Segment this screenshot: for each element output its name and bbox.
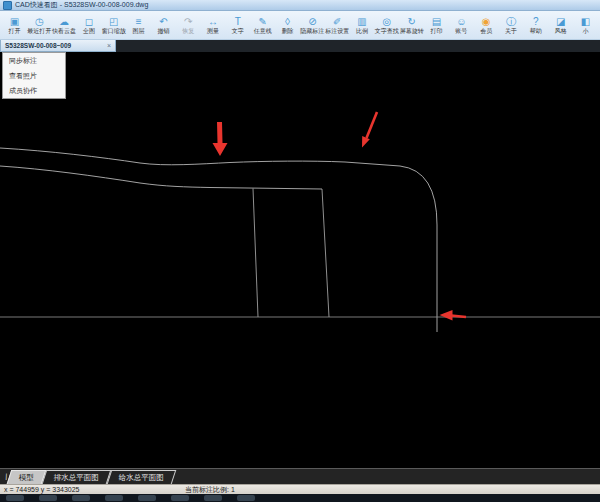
sheet-tab-drainage-plan[interactable]: 排水总平面图 bbox=[41, 470, 111, 484]
annotation-settings-icon: ✐ bbox=[333, 16, 341, 27]
toolbar-delete-button[interactable]: ◊删除 bbox=[275, 12, 300, 39]
branch-line-right bbox=[322, 189, 329, 317]
annotation-scale-label: 当前标注比例: 1 bbox=[185, 485, 235, 494]
red-down-arrow[interactable] bbox=[213, 122, 228, 156]
toolbar-layers-button[interactable]: ≡图层 bbox=[126, 12, 151, 39]
toolbar-text-button[interactable]: T文字 bbox=[225, 12, 250, 39]
toolbar: ▣打开◷最近打开☁快看云盘◻全图◰窗口缩放≡图层↶撤销↷恢复↔测量T文字✎任意线… bbox=[0, 11, 600, 40]
toolbar-print-label: 打印 bbox=[430, 27, 442, 35]
red-left-arrow[interactable] bbox=[440, 310, 467, 321]
toolbar-screen-rotate-button[interactable]: ↻屏幕旋转 bbox=[399, 12, 424, 39]
window-zoom-icon: ◰ bbox=[109, 16, 118, 27]
vip-icon: ◉ bbox=[482, 16, 491, 27]
sheet-tab-water-supply-plan[interactable]: 给水总平面图 bbox=[106, 470, 176, 484]
full-view-icon: ◻ bbox=[85, 16, 93, 27]
toolbar-measure-label: 测量 bbox=[207, 27, 219, 35]
toolbar-text-label: 文字 bbox=[232, 27, 244, 35]
text-search-icon: ◎ bbox=[382, 16, 391, 27]
sheet-tab-bar: \ 模型排水总平面图给水总平面图 bbox=[0, 468, 600, 484]
toolbar-window-zoom-label: 窗口缩放 bbox=[102, 27, 126, 35]
cursor-coordinates: x = 744959 y = 3343025 bbox=[4, 485, 80, 494]
toolbar-redo-label: 恢复 bbox=[182, 27, 194, 35]
toolbar-mini-tools-button[interactable]: ◧小 bbox=[573, 12, 598, 39]
recent-open-icon: ◷ bbox=[35, 16, 44, 27]
toolbar-account-button[interactable]: ☺账号 bbox=[449, 12, 474, 39]
toolbar-undo-button[interactable]: ↶撤销 bbox=[151, 12, 176, 39]
road-edge-bottom-line bbox=[0, 166, 322, 189]
toolbar-style-label: 风格 bbox=[555, 27, 567, 35]
scale-icon: ▥ bbox=[357, 16, 366, 27]
mini-tools-icon: ◧ bbox=[581, 16, 590, 27]
taskbar-icon[interactable] bbox=[105, 495, 123, 501]
open-icon: ▣ bbox=[10, 16, 19, 27]
toolbar-open-button[interactable]: ▣打开 bbox=[2, 12, 27, 39]
toolbar-cloud-drive-button[interactable]: ☁快看云盘 bbox=[52, 12, 77, 39]
toolbar-full-view-label: 全图 bbox=[83, 27, 95, 35]
about-icon: ⓘ bbox=[506, 16, 516, 27]
document-tab-strip: S5328SW-00-008~009 × bbox=[0, 40, 600, 52]
taskbar-icon[interactable] bbox=[171, 495, 189, 501]
toolbar-help-button[interactable]: ?帮助 bbox=[523, 12, 548, 39]
print-icon: ▤ bbox=[432, 16, 441, 27]
toolbar-text-search-label: 文字查找 bbox=[375, 27, 399, 35]
measure-icon: ↔ bbox=[208, 16, 218, 27]
document-tab-label: S5328SW-00-008~009 bbox=[5, 42, 71, 49]
taskbar-icon[interactable] bbox=[72, 495, 90, 501]
undo-icon: ↶ bbox=[159, 16, 167, 27]
toolbar-open-label: 打开 bbox=[8, 27, 20, 35]
redo-icon: ↷ bbox=[184, 16, 192, 27]
red-down-left-arrow[interactable] bbox=[362, 112, 377, 148]
title-bar: CAD快速看图 - S5328SW-00-008-009.dwg bbox=[0, 0, 600, 11]
branch-line-left bbox=[253, 189, 258, 318]
toolbar-undo-label: 撤销 bbox=[157, 27, 169, 35]
toolbar-recent-open-label: 最近打开 bbox=[27, 27, 51, 35]
menu-item-view-photos[interactable]: 查看照片 bbox=[3, 68, 65, 83]
taskbar-icon[interactable] bbox=[237, 495, 255, 501]
sheet-tab-label: 排水总平面图 bbox=[53, 471, 98, 484]
toolbar-vip-button[interactable]: ◉会员 bbox=[474, 12, 499, 39]
windows-taskbar[interactable] bbox=[0, 494, 600, 502]
taskbar-icon[interactable] bbox=[138, 495, 156, 501]
toolbar-screen-rotate-label: 屏幕旋转 bbox=[400, 27, 424, 35]
sheet-tab-label: 模型 bbox=[18, 471, 33, 484]
toolbar-annotation-settings-button[interactable]: ✐标注设置 bbox=[325, 12, 350, 39]
toolbar-layers-label: 图层 bbox=[133, 27, 145, 35]
toolbar-about-button[interactable]: ⓘ关于 bbox=[499, 12, 524, 39]
style-icon: ◪ bbox=[556, 16, 565, 27]
menu-item-member-collaboration[interactable]: 成员协作 bbox=[3, 83, 65, 98]
toolbar-help-label: 帮助 bbox=[530, 27, 542, 35]
window-title: CAD快速看图 - S5328SW-00-008-009.dwg bbox=[15, 0, 148, 10]
toolbar-scale-button[interactable]: ▥比例 bbox=[350, 12, 375, 39]
toolbar-print-button[interactable]: ▤打印 bbox=[424, 12, 449, 39]
toolbar-measure-button[interactable]: ↔测量 bbox=[201, 12, 226, 39]
drawing-canvas[interactable] bbox=[0, 52, 600, 468]
road-edge-top-line bbox=[0, 148, 437, 332]
tab-context-menu: 同步标注查看照片成员协作 bbox=[2, 52, 66, 99]
account-icon: ☺ bbox=[456, 16, 466, 27]
cad-viewer-window: CAD快速看图 - S5328SW-00-008-009.dwg ▣打开◷最近打… bbox=[0, 0, 600, 502]
toolbar-style-button[interactable]: ◪风格 bbox=[548, 12, 573, 39]
toolbar-hide-annotation-button[interactable]: ⊘隐藏标注 bbox=[300, 12, 325, 39]
menu-item-sync-annotation[interactable]: 同步标注 bbox=[3, 53, 65, 68]
layers-icon: ≡ bbox=[136, 16, 142, 27]
taskbar-icon[interactable] bbox=[39, 495, 57, 501]
toolbar-text-search-button[interactable]: ◎文字查找 bbox=[374, 12, 399, 39]
free-line-icon: ✎ bbox=[259, 16, 267, 27]
sheet-tab-label: 给水总平面图 bbox=[118, 471, 163, 484]
toolbar-full-view-button[interactable]: ◻全图 bbox=[76, 12, 101, 39]
toolbar-scale-label: 比例 bbox=[356, 27, 368, 35]
toolbar-hide-annotation-label: 隐藏标注 bbox=[300, 27, 324, 35]
toolbar-recent-open-button[interactable]: ◷最近打开 bbox=[27, 12, 52, 39]
taskbar-icon[interactable] bbox=[204, 495, 222, 501]
hide-annotation-icon: ⊘ bbox=[308, 16, 316, 27]
taskbar-icon[interactable] bbox=[6, 495, 24, 501]
toolbar-redo-button[interactable]: ↷恢复 bbox=[176, 12, 201, 39]
document-tab[interactable]: S5328SW-00-008~009 × bbox=[0, 40, 116, 52]
toolbar-free-line-button[interactable]: ✎任意线 bbox=[250, 12, 275, 39]
sheet-tab-model[interactable]: 模型 bbox=[6, 470, 46, 484]
cloud-drive-icon: ☁ bbox=[59, 16, 69, 27]
toolbar-window-zoom-button[interactable]: ◰窗口缩放 bbox=[101, 12, 126, 39]
cad-drawing bbox=[0, 52, 600, 468]
toolbar-free-line-label: 任意线 bbox=[254, 27, 272, 35]
tab-close-icon[interactable]: × bbox=[107, 42, 111, 49]
